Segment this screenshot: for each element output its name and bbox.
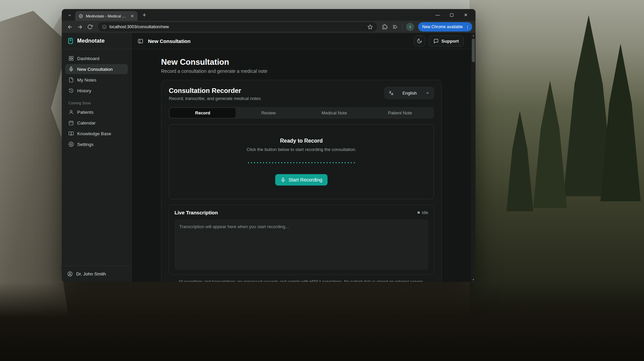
consultation-recorder-card: Consultation Recorder Record, transcribe… (161, 80, 442, 282)
chrome-update-button[interactable]: New Chrome available ⋮ (418, 22, 472, 32)
sidebar-item-label: Patients (77, 110, 94, 115)
theme-toggle-button[interactable] (414, 35, 425, 47)
browser-tab[interactable]: Mednotate - Medical Consultat ✕ (75, 11, 138, 21)
ready-subtitle: Click the button below to start recordin… (247, 147, 356, 152)
user-circle-icon (67, 271, 73, 277)
record-dropzone: Ready to Record Click the button below t… (169, 124, 434, 199)
user-icon (68, 109, 74, 115)
sidebar-item-my-notes[interactable]: My Notes (65, 75, 128, 85)
topbar-actions: Support (414, 35, 464, 47)
tab-close-icon[interactable]: ✕ (130, 13, 135, 19)
tab-strip: Mednotate - Medical Consultat ✕ + — ✕ (62, 9, 476, 21)
app-sidebar: Mednotate Dashboard New Consultation My … (62, 33, 132, 282)
support-button[interactable]: Support (429, 35, 464, 47)
translate-icon (389, 91, 394, 96)
address-bar[interactable]: localhost:3003/consultation/new (98, 22, 377, 32)
chat-bubble-icon (434, 39, 439, 44)
chevron-down-icon (68, 13, 71, 17)
site-info-icon[interactable] (102, 24, 107, 29)
browser-menu-kebab-icon[interactable]: ⋮ (465, 24, 470, 30)
scrollbar-up-arrow[interactable]: ▲ (471, 33, 476, 38)
sidebar-item-knowledge-base[interactable]: Knowledge Base (65, 128, 128, 139)
language-select[interactable]: English (384, 87, 434, 99)
wallpaper-water (0, 282, 644, 361)
web-page: Mednotate Dashboard New Consultation My … (62, 33, 476, 282)
calendar-icon (68, 120, 74, 125)
minimize-button[interactable]: — (431, 9, 445, 21)
transcription-title: Live Transcription (175, 210, 218, 215)
transcription-status-label: Idle (422, 210, 428, 215)
chevron-down-icon (426, 91, 430, 95)
page-scrollbar[interactable]: ▲ ▼ (471, 33, 476, 282)
open-book-icon (68, 131, 74, 136)
grid-icon (68, 56, 74, 61)
main-scroll-area: New Consultation Record a consultation a… (132, 49, 471, 282)
maximize-button[interactable] (445, 9, 459, 21)
tab-title: Mednotate - Medical Consultat (86, 14, 127, 18)
document-icon (68, 77, 74, 83)
support-label: Support (441, 39, 459, 44)
new-tab-button[interactable]: + (140, 10, 149, 20)
sidebar-item-new-consultation[interactable]: New Consultation (65, 64, 128, 74)
side-panel-icon[interactable] (390, 22, 400, 32)
scrollbar-thumb[interactable] (472, 39, 475, 62)
hipaa-disclaimer: All recordings and transcriptions are pr… (169, 279, 434, 282)
close-button[interactable]: ✕ (459, 9, 473, 21)
start-recording-label: Start Recording (289, 177, 323, 183)
coming-soon-label: Coming Soon (62, 96, 131, 107)
sidebar-item-label: Dashboard (77, 56, 99, 61)
sidebar-item-history[interactable]: History (65, 86, 128, 96)
sidebar-item-label: Calendar (77, 120, 96, 125)
app-name: Mednotate (77, 38, 105, 44)
chrome-update-label: New Chrome available (422, 24, 463, 29)
recorder-card-header: Consultation Recorder Record, transcribe… (169, 87, 434, 101)
sidebar-item-calendar[interactable]: Calendar (65, 118, 128, 128)
back-button[interactable] (65, 22, 75, 32)
status-dot-icon (417, 211, 420, 214)
transcription-output-area: Transcription will appear here when you … (175, 219, 428, 270)
tab-medical-note[interactable]: Medical Note (301, 108, 367, 118)
sidebar-item-patients[interactable]: Patients (65, 107, 128, 117)
url-text: localhost:3003/consultation/new (109, 24, 169, 29)
start-recording-button[interactable]: Start Recording (275, 174, 328, 186)
sidebar-item-settings[interactable]: Settings (65, 139, 128, 149)
forward-button[interactable] (75, 22, 85, 32)
window-controls: — ✕ (431, 9, 473, 21)
sidebar-user[interactable]: Dr. John Smith (62, 266, 131, 282)
profile-avatar[interactable]: t (406, 23, 414, 31)
tab-record[interactable]: Record (170, 108, 236, 118)
ready-title: Ready to Record (280, 138, 323, 144)
sidebar-item-label: My Notes (77, 78, 96, 83)
toolbar-divider (402, 24, 402, 30)
transcription-status-badge: Idle (417, 210, 428, 215)
notebook-logo-icon (67, 38, 74, 44)
page-title: New Consultation (161, 57, 442, 67)
app-content: New Consultation Support New Consultatio… (132, 33, 471, 282)
reload-button[interactable] (85, 22, 95, 32)
tab-search-button[interactable] (65, 11, 74, 19)
browser-window: Mednotate - Medical Consultat ✕ + — ✕ lo… (62, 9, 476, 282)
microphone-icon (68, 66, 74, 72)
extensions-icon[interactable] (380, 22, 390, 32)
page-subtitle: Record a consultation and generate a med… (161, 68, 442, 74)
globe-favicon-icon (79, 14, 83, 18)
recorder-tabs: Record Review Medical Note Patient Note (169, 107, 434, 119)
waveform-placeholder (247, 162, 356, 163)
browser-toolbar: localhost:3003/consultation/new t New Ch… (62, 21, 476, 33)
bookmark-star-icon[interactable] (367, 24, 373, 30)
language-selected-value: English (397, 91, 422, 96)
tab-patient-note[interactable]: Patient Note (367, 108, 433, 118)
transcription-header: Live Transcription Idle (175, 210, 428, 215)
moon-icon (417, 38, 422, 44)
recorder-title: Consultation Recorder (169, 87, 261, 95)
sidebar-coming-soon-nav: Patients Calendar Knowledge Base Setting… (62, 107, 131, 149)
sidebar-user-name: Dr. John Smith (76, 271, 106, 276)
transcription-placeholder: Transcription will appear here when you … (179, 224, 424, 229)
sidebar-item-dashboard[interactable]: Dashboard (65, 53, 128, 63)
sidebar-nav: Dashboard New Consultation My Notes Hist… (62, 49, 131, 96)
sidebar-toggle-icon[interactable] (138, 38, 143, 44)
gear-icon (68, 142, 74, 147)
app-logo[interactable]: Mednotate (62, 33, 131, 49)
tab-review[interactable]: Review (236, 108, 301, 118)
sidebar-item-label: Settings (77, 142, 94, 147)
